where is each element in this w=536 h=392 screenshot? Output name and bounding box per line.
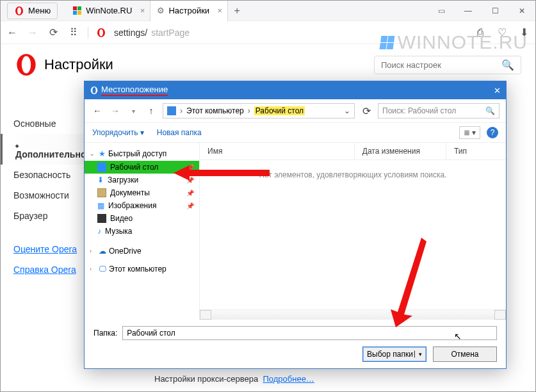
new-tab-button[interactable]: + — [228, 5, 246, 17]
tab-label: Настройки — [168, 6, 209, 15]
watermark-text: WINNOTE.RU — [398, 31, 528, 53]
page-title: Настройки — [44, 56, 113, 73]
chevron-down-icon[interactable]: ⌄ — [344, 106, 350, 115]
back-button[interactable]: ← — [6, 26, 19, 39]
new-folder-button[interactable]: Новая папка — [157, 128, 202, 137]
reload-button[interactable]: ⟳ — [47, 26, 60, 39]
nav-back-button[interactable]: ← — [91, 106, 104, 116]
opera-logo-icon — [15, 53, 38, 76]
opera-icon — [96, 28, 106, 38]
tab-close-icon[interactable]: × — [218, 6, 223, 15]
download-icon: ⬇ — [97, 176, 104, 184]
tree-music[interactable]: ♪Музыка — [85, 225, 199, 238]
svg-point-7 — [92, 87, 95, 94]
select-folder-button[interactable]: Выбор папки▏▾ — [362, 347, 426, 362]
nav-up-button[interactable]: ↑ — [145, 106, 158, 116]
search-icon: 🔍 — [485, 106, 495, 115]
chevron-right-icon: › — [180, 106, 183, 115]
tree-documents[interactable]: Документы📌 — [85, 186, 199, 199]
proxy-label: Настройки прокси-сервера — [154, 374, 258, 384]
organize-button[interactable]: Упорядочить ▾ — [92, 128, 144, 137]
menu-button[interactable]: Меню — [7, 3, 58, 19]
watermark: WINNOTE.RU — [380, 31, 528, 53]
tree-quick-access[interactable]: ⌄★Быстрый доступ — [85, 147, 199, 161]
forward-button[interactable]: → — [26, 26, 39, 39]
tab-close-icon[interactable]: × — [140, 6, 145, 15]
music-icon: ♪ — [97, 227, 101, 236]
pin-icon: 📌 — [186, 190, 194, 197]
folder-name-input[interactable] — [122, 326, 497, 340]
video-icon — [97, 214, 106, 223]
maximize-button[interactable]: ☐ — [482, 1, 508, 21]
breadcrumb[interactable]: › Этот компьютер › Рабочий стол ⌄ — [163, 103, 355, 118]
tab-settings[interactable]: ⚙ Настройки × — [150, 1, 228, 21]
tab-winnote[interactable]: WinNote.RU × — [67, 1, 150, 21]
document-icon — [97, 188, 106, 197]
link-rate-opera[interactable]: Оцените Opera — [1, 239, 90, 259]
nav-forward-button[interactable]: → — [109, 106, 122, 116]
file-list: Имя Дата изменения Тип Нет элементов, уд… — [200, 143, 506, 320]
tree-onedrive[interactable]: ›☁OneDrive — [85, 244, 199, 258]
proxy-more-link[interactable]: Подробнее… — [263, 374, 314, 384]
settings-sidebar: Основные Дополнительно Безопасность Возм… — [1, 103, 90, 391]
pc-icon — [167, 106, 176, 115]
pc-icon: 🖵 — [99, 265, 106, 274]
search-placeholder: Поиск: Рабочий стол — [382, 106, 456, 115]
ext-icon[interactable]: ▭ — [428, 1, 455, 21]
crumb-desktop[interactable]: Рабочий стол — [254, 106, 305, 115]
svg-point-3 — [99, 29, 103, 36]
dialog-titlebar: Местоположение ✕ — [85, 81, 506, 99]
dialog-close-button[interactable]: ✕ — [494, 86, 501, 95]
window-titlebar: Меню WinNote.RU × ⚙ Настройки × + ▭ — ☐ … — [1, 1, 535, 21]
settings-search-input[interactable] — [381, 60, 501, 70]
settings-search[interactable]: 🔍 — [374, 56, 521, 74]
pin-icon: 📌 — [186, 164, 194, 171]
folder-picker-dialog: Местоположение ✕ ← → ▾ ↑ › Этот компьюте… — [84, 81, 507, 369]
tree-pictures[interactable]: ▦Изображения📌 — [85, 199, 199, 212]
winnote-favicon — [73, 6, 82, 15]
col-type[interactable]: Тип — [446, 143, 506, 159]
refresh-button[interactable]: ⟳ — [360, 105, 373, 117]
tab-label: WinNote.RU — [86, 6, 132, 15]
desktop-icon — [97, 163, 106, 172]
view-mode-button[interactable]: ≣ ▾ — [459, 126, 480, 139]
dialog-search[interactable]: Поиск: Рабочий стол 🔍 — [378, 103, 499, 118]
svg-point-5 — [22, 56, 31, 74]
tree-downloads[interactable]: ⬇Загрузки📌 — [85, 174, 199, 186]
help-button[interactable]: ? — [487, 127, 498, 138]
url-page: startPage — [151, 28, 190, 38]
speed-dial-icon[interactable]: ⠿ — [67, 26, 80, 39]
col-modified[interactable]: Дата изменения — [355, 143, 446, 159]
opera-icon — [90, 86, 99, 95]
sidebar-item-security[interactable]: Безопасность — [1, 165, 90, 185]
dialog-footer: Папка: Выбор папки▏▾ Отмена — [85, 320, 506, 368]
tree-videos[interactable]: Видео — [85, 212, 199, 225]
crumb-this-pc[interactable]: Этот компьютер — [186, 106, 244, 115]
sidebar-item-browser[interactable]: Браузер — [1, 206, 90, 226]
window-controls: ▭ — ☐ ✕ — [428, 1, 535, 21]
sidebar-item-advanced[interactable]: Дополнительно — [1, 134, 90, 165]
folder-tree: ⌄★Быстрый доступ Рабочий стол📌 ⬇Загрузки… — [85, 143, 200, 320]
pin-icon: 📌 — [186, 177, 194, 184]
dialog-body: ⌄★Быстрый доступ Рабочий стол📌 ⬇Загрузки… — [85, 143, 506, 320]
minimize-button[interactable]: — — [455, 1, 482, 21]
cloud-icon: ☁ — [99, 247, 106, 256]
tree-desktop[interactable]: Рабочий стол📌 — [85, 161, 199, 174]
menu-label: Меню — [28, 6, 51, 15]
tree-this-pc[interactable]: ›🖵Этот компьютер — [85, 262, 199, 276]
horizontal-scrollbar[interactable] — [200, 309, 506, 320]
svg-point-1 — [17, 7, 21, 14]
dialog-toolbar: Упорядочить ▾ Новая папка ≣ ▾ ? — [85, 122, 506, 143]
link-opera-help[interactable]: Справка Opera — [1, 259, 90, 280]
dialog-nav: ← → ▾ ↑ › Этот компьютер › Рабочий стол … — [85, 99, 506, 122]
cancel-button[interactable]: Отмена — [433, 347, 497, 362]
sidebar-item-basic[interactable]: Основные — [1, 113, 90, 134]
close-button[interactable]: ✕ — [508, 1, 535, 21]
star-icon: ★ — [99, 149, 106, 158]
windows-logo-icon — [379, 36, 394, 49]
pin-icon: 📌 — [186, 202, 194, 209]
nav-recent-button[interactable]: ▾ — [127, 108, 140, 115]
sidebar-item-features[interactable]: Возможности — [1, 185, 90, 206]
address-bar[interactable]: settings/startPage — [114, 28, 190, 38]
col-name[interactable]: Имя — [200, 143, 355, 159]
